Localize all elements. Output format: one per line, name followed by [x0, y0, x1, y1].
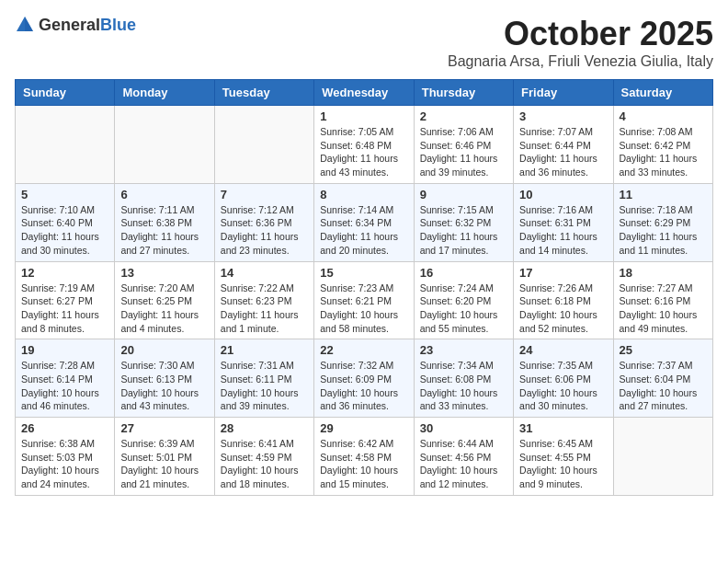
- calendar-day-cell: 30Sunrise: 6:44 AM Sunset: 4:56 PM Dayli…: [414, 418, 513, 496]
- svg-marker-1: [25, 17, 33, 31]
- day-number: 3: [519, 109, 607, 123]
- calendar-day-cell: 11Sunrise: 7:18 AM Sunset: 6:29 PM Dayli…: [613, 183, 712, 261]
- calendar-day-cell: 6Sunrise: 7:11 AM Sunset: 6:38 PM Daylig…: [115, 183, 214, 261]
- day-info: Sunrise: 7:06 AM Sunset: 6:46 PM Dayligh…: [420, 125, 507, 179]
- calendar-day-cell: 1Sunrise: 7:05 AM Sunset: 6:48 PM Daylig…: [314, 106, 414, 184]
- day-number: 19: [21, 343, 108, 357]
- day-number: 24: [519, 343, 607, 357]
- day-number: 20: [120, 343, 208, 357]
- calendar-day-cell: 22Sunrise: 7:32 AM Sunset: 6:09 PM Dayli…: [314, 339, 414, 418]
- day-info: Sunrise: 7:22 AM Sunset: 6:23 PM Dayligh…: [221, 282, 308, 336]
- calendar-week-row: 19Sunrise: 7:28 AM Sunset: 6:14 PM Dayli…: [16, 339, 713, 418]
- calendar-day-cell: 12Sunrise: 7:19 AM Sunset: 6:27 PM Dayli…: [16, 261, 115, 339]
- calendar-day-cell: [16, 106, 115, 184]
- day-info: Sunrise: 7:28 AM Sunset: 6:14 PM Dayligh…: [21, 359, 108, 413]
- day-number: 18: [620, 266, 707, 280]
- day-info: Sunrise: 7:14 AM Sunset: 6:34 PM Dayligh…: [320, 203, 407, 258]
- calendar-day-cell: 16Sunrise: 7:24 AM Sunset: 6:20 PM Dayli…: [414, 261, 513, 339]
- day-number: 29: [320, 421, 407, 435]
- logo-text-blue: Blue: [100, 16, 136, 34]
- calendar-day-cell: 14Sunrise: 7:22 AM Sunset: 6:23 PM Dayli…: [214, 261, 313, 339]
- month-title: October 2025: [448, 15, 713, 53]
- day-number: 30: [420, 421, 507, 435]
- calendar-day-cell: 8Sunrise: 7:14 AM Sunset: 6:34 PM Daylig…: [314, 183, 414, 261]
- calendar-day-cell: 29Sunrise: 6:42 AM Sunset: 4:58 PM Dayli…: [314, 418, 414, 496]
- day-info: Sunrise: 7:37 AM Sunset: 6:04 PM Dayligh…: [620, 359, 707, 413]
- day-number: 9: [420, 188, 507, 201]
- day-info: Sunrise: 7:16 AM Sunset: 6:31 PM Dayligh…: [519, 203, 607, 258]
- day-info: Sunrise: 7:30 AM Sunset: 6:13 PM Dayligh…: [120, 359, 208, 413]
- calendar-day-cell: 25Sunrise: 7:37 AM Sunset: 6:04 PM Dayli…: [613, 339, 712, 418]
- day-info: Sunrise: 7:18 AM Sunset: 6:29 PM Dayligh…: [620, 203, 707, 258]
- day-info: Sunrise: 7:15 AM Sunset: 6:32 PM Dayligh…: [420, 203, 507, 258]
- day-info: Sunrise: 7:34 AM Sunset: 6:08 PM Dayligh…: [420, 359, 507, 413]
- day-info: Sunrise: 7:31 AM Sunset: 6:11 PM Dayligh…: [221, 359, 308, 413]
- day-info: Sunrise: 7:05 AM Sunset: 6:48 PM Dayligh…: [320, 125, 407, 179]
- day-number: 21: [221, 343, 308, 357]
- day-info: Sunrise: 6:39 AM Sunset: 5:01 PM Dayligh…: [120, 437, 208, 491]
- calendar-week-row: 26Sunrise: 6:38 AM Sunset: 5:03 PM Dayli…: [16, 418, 713, 496]
- day-number: 4: [620, 109, 707, 123]
- day-info: Sunrise: 7:11 AM Sunset: 6:38 PM Dayligh…: [120, 203, 208, 258]
- day-header-monday: Monday: [115, 80, 214, 106]
- day-info: Sunrise: 7:26 AM Sunset: 6:18 PM Dayligh…: [519, 282, 607, 336]
- day-number: 10: [519, 188, 607, 201]
- day-info: Sunrise: 7:23 AM Sunset: 6:21 PM Dayligh…: [320, 282, 407, 336]
- calendar-table: SundayMondayTuesdayWednesdayThursdayFrid…: [15, 79, 713, 496]
- day-header-friday: Friday: [514, 80, 613, 106]
- day-info: Sunrise: 7:07 AM Sunset: 6:44 PM Dayligh…: [519, 125, 607, 179]
- day-number: 7: [221, 188, 308, 201]
- day-info: Sunrise: 7:32 AM Sunset: 6:09 PM Dayligh…: [320, 359, 407, 413]
- day-number: 14: [221, 266, 308, 280]
- day-number: 2: [420, 109, 507, 123]
- day-info: Sunrise: 7:12 AM Sunset: 6:36 PM Dayligh…: [221, 203, 308, 258]
- calendar-day-cell: [214, 106, 313, 184]
- calendar-day-cell: 26Sunrise: 6:38 AM Sunset: 5:03 PM Dayli…: [16, 418, 115, 496]
- day-number: 22: [320, 343, 407, 357]
- header: GeneralBlue October 2025 Bagnaria Arsa, …: [15, 15, 713, 70]
- logo-text-general: General: [39, 16, 100, 34]
- calendar-week-row: 12Sunrise: 7:19 AM Sunset: 6:27 PM Dayli…: [16, 261, 713, 339]
- calendar-day-cell: 13Sunrise: 7:20 AM Sunset: 6:25 PM Dayli…: [115, 261, 214, 339]
- day-header-wednesday: Wednesday: [314, 80, 414, 106]
- day-header-tuesday: Tuesday: [214, 80, 313, 106]
- title-area: October 2025 Bagnaria Arsa, Friuli Venez…: [448, 15, 713, 70]
- calendar-day-cell: 24Sunrise: 7:35 AM Sunset: 6:06 PM Dayli…: [514, 339, 613, 418]
- day-number: 6: [120, 188, 208, 201]
- day-info: Sunrise: 7:24 AM Sunset: 6:20 PM Dayligh…: [420, 282, 507, 336]
- calendar-day-cell: 3Sunrise: 7:07 AM Sunset: 6:44 PM Daylig…: [514, 106, 613, 184]
- calendar-day-cell: 23Sunrise: 7:34 AM Sunset: 6:08 PM Dayli…: [414, 339, 513, 418]
- day-info: Sunrise: 6:38 AM Sunset: 5:03 PM Dayligh…: [21, 437, 108, 491]
- day-info: Sunrise: 7:19 AM Sunset: 6:27 PM Dayligh…: [21, 282, 108, 336]
- calendar-day-cell: 15Sunrise: 7:23 AM Sunset: 6:21 PM Dayli…: [314, 261, 414, 339]
- day-number: 26: [21, 421, 108, 435]
- day-number: 27: [120, 421, 208, 435]
- day-number: 25: [620, 343, 707, 357]
- calendar-day-cell: 18Sunrise: 7:27 AM Sunset: 6:16 PM Dayli…: [613, 261, 712, 339]
- calendar-day-cell: [115, 106, 214, 184]
- calendar-day-cell: 20Sunrise: 7:30 AM Sunset: 6:13 PM Dayli…: [115, 339, 214, 418]
- day-info: Sunrise: 7:08 AM Sunset: 6:42 PM Dayligh…: [620, 125, 707, 179]
- day-number: 28: [221, 421, 308, 435]
- day-info: Sunrise: 7:20 AM Sunset: 6:25 PM Dayligh…: [120, 282, 208, 336]
- day-number: 31: [519, 421, 607, 435]
- calendar-day-cell: 9Sunrise: 7:15 AM Sunset: 6:32 PM Daylig…: [414, 183, 513, 261]
- calendar-day-cell: 27Sunrise: 6:39 AM Sunset: 5:01 PM Dayli…: [115, 418, 214, 496]
- day-number: 23: [420, 343, 507, 357]
- day-info: Sunrise: 6:42 AM Sunset: 4:58 PM Dayligh…: [320, 437, 407, 491]
- calendar-week-row: 1Sunrise: 7:05 AM Sunset: 6:48 PM Daylig…: [16, 106, 713, 184]
- day-info: Sunrise: 6:44 AM Sunset: 4:56 PM Dayligh…: [420, 437, 507, 491]
- day-header-sunday: Sunday: [16, 80, 115, 106]
- calendar-day-cell: 21Sunrise: 7:31 AM Sunset: 6:11 PM Dayli…: [214, 339, 313, 418]
- day-header-saturday: Saturday: [613, 80, 712, 106]
- day-number: 5: [21, 188, 108, 201]
- day-info: Sunrise: 6:45 AM Sunset: 4:55 PM Dayligh…: [519, 437, 607, 491]
- calendar-day-cell: 10Sunrise: 7:16 AM Sunset: 6:31 PM Dayli…: [514, 183, 613, 261]
- day-number: 15: [320, 266, 407, 280]
- day-number: 8: [320, 188, 407, 201]
- day-number: 16: [420, 266, 507, 280]
- calendar-day-cell: 28Sunrise: 6:41 AM Sunset: 4:59 PM Dayli…: [214, 418, 313, 496]
- day-number: 17: [519, 266, 607, 280]
- logo-icon: [15, 15, 35, 35]
- subtitle: Bagnaria Arsa, Friuli Venezia Giulia, It…: [448, 53, 713, 70]
